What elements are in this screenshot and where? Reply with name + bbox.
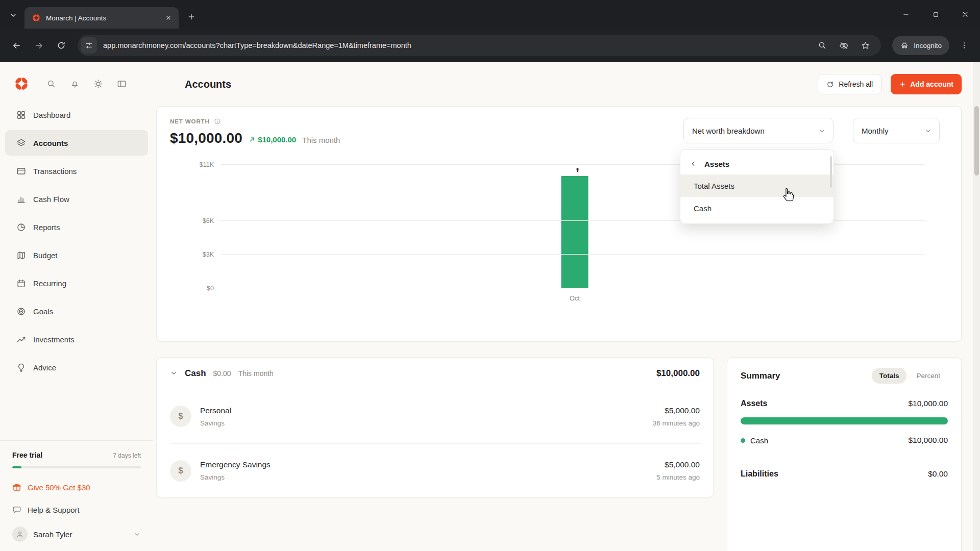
mouse-cursor-pointer — [781, 188, 795, 202]
chart-type-select-value: Net worth breakdown — [692, 127, 765, 135]
breakdown-dropdown-menu: Assets Total Assets Cash — [680, 149, 834, 224]
sidebar-item-goals[interactable]: Goals — [5, 298, 148, 324]
scrollbar-thumb[interactable] — [974, 106, 979, 176]
summary-title: Summary — [741, 371, 780, 381]
timeframe-select[interactable]: Monthly — [853, 118, 940, 143]
add-account-button[interactable]: Add account — [891, 74, 962, 94]
page-scrollbar[interactable] — [973, 62, 980, 551]
screen: Monarch | Accounts app.monarchmoney.com/… — [0, 0, 980, 551]
close-window-button[interactable] — [950, 0, 980, 29]
investments-trend-icon — [16, 335, 26, 344]
sidebar-item-budget[interactable]: Budget — [5, 242, 148, 268]
sidebar-item-reports[interactable]: Reports — [5, 214, 148, 240]
browser-menu-button[interactable] — [954, 36, 974, 55]
recurring-calendar-icon — [16, 279, 26, 288]
net-worth-card: NET WORTH $10,000.00 $10,000.00 This mon… — [156, 106, 962, 342]
help-support-label: Help & Support — [28, 506, 80, 514]
notifications-bell-icon[interactable] — [69, 79, 80, 89]
forward-button[interactable] — [29, 35, 49, 56]
reload-button[interactable] — [51, 35, 71, 56]
cash-group-header[interactable]: Cash $0.00 This month $10,000.00 — [170, 358, 700, 389]
sidebar-item-label: Reports — [33, 223, 60, 232]
sidebar-item-advice[interactable]: Advice — [5, 355, 148, 380]
free-trial-progress-fill — [12, 466, 21, 468]
liabilities-label: Liabilities — [741, 469, 778, 479]
cash-group-period: This month — [238, 369, 274, 378]
tab-title: Monarch | Accounts — [46, 14, 157, 22]
info-icon[interactable] — [214, 118, 221, 125]
refresh-icon — [826, 81, 834, 88]
zoom-icon[interactable] — [815, 38, 830, 53]
toggle-percent[interactable]: Percent — [909, 368, 948, 384]
chart-type-select[interactable]: Net worth breakdown — [683, 118, 834, 143]
gift-icon — [12, 483, 21, 492]
sidebar-item-investments[interactable]: Investments — [5, 327, 148, 352]
chevron-down-icon — [9, 11, 17, 19]
chevron-down-icon — [924, 127, 932, 135]
add-account-label: Add account — [910, 80, 953, 88]
sidebar: Dashboard Accounts Transactions Cash Flo… — [0, 62, 153, 551]
tab-close-button[interactable] — [162, 12, 175, 24]
url-bar[interactable]: app.monarchmoney.com/accounts?chartType=… — [78, 35, 881, 56]
refresh-all-button[interactable]: Refresh all — [818, 74, 881, 94]
back-button[interactable] — [6, 35, 27, 56]
menu-item-total-assets[interactable]: Total Assets — [680, 174, 834, 197]
sidebar-toggle-icon[interactable] — [116, 79, 127, 89]
free-trial-days-left: 7 days left — [113, 452, 141, 459]
liabilities-value: $0.00 — [928, 469, 948, 479]
window-controls — [891, 0, 980, 29]
monarch-logo-icon[interactable] — [13, 76, 30, 92]
account-row-personal[interactable]: $ Personal Savings $5,000.00 36 minutes … — [170, 389, 700, 443]
account-type: Savings — [200, 419, 231, 427]
main-content: Accounts Refresh all Add account — [153, 62, 980, 551]
menu-item-cash[interactable]: Cash — [680, 197, 834, 219]
menu-header[interactable]: Assets — [680, 153, 834, 174]
account-updated: 36 minutes ago — [653, 419, 700, 427]
sidebar-item-cash-flow[interactable]: Cash Flow — [5, 186, 148, 212]
account-amount: $5,000.00 — [656, 460, 700, 469]
advice-lightbulb-icon — [16, 363, 26, 372]
sidebar-item-recurring[interactable]: Recurring — [5, 270, 148, 296]
maximize-button[interactable] — [921, 0, 950, 29]
sidebar-item-accounts[interactable]: Accounts — [5, 130, 148, 156]
chevron-down-icon — [133, 531, 141, 538]
plus-icon — [899, 81, 906, 88]
summary-cash-label: Cash — [750, 436, 768, 445]
search-icon[interactable] — [46, 79, 56, 89]
free-trial-block: Free trial 7 days left — [12, 451, 141, 459]
sidebar-item-dashboard[interactable]: Dashboard — [5, 102, 148, 128]
tab-search-button[interactable] — [4, 6, 22, 24]
minimize-button[interactable] — [891, 0, 921, 29]
dollar-icon: $ — [170, 406, 191, 427]
chart-bar-oct[interactable] — [561, 176, 588, 288]
incognito-icon — [900, 41, 909, 50]
assets-value: $10,000.00 — [908, 399, 948, 408]
dashboard-grid-icon — [16, 110, 26, 120]
settings-gear-icon[interactable] — [93, 79, 103, 89]
app-region: Dashboard Accounts Transactions Cash Flo… — [0, 62, 980, 551]
user-menu[interactable]: Sarah Tyler — [12, 527, 141, 542]
account-type: Savings — [200, 473, 271, 481]
y-axis-tick-label: $11K — [200, 161, 214, 168]
bookmark-star-icon[interactable] — [857, 38, 873, 53]
summary-cash-value: $10,000.00 — [908, 436, 948, 445]
account-name: Emergency Savings — [200, 460, 271, 469]
new-tab-button[interactable] — [183, 8, 200, 26]
page-header: Accounts Refresh all Add account — [156, 62, 962, 106]
menu-scrollbar[interactable] — [830, 156, 832, 188]
account-updated: 5 minutes ago — [656, 473, 700, 481]
toggle-totals[interactable]: Totals — [872, 368, 907, 384]
assets-distribution-bar — [741, 417, 948, 424]
sidebar-item-transactions[interactable]: Transactions — [5, 158, 148, 184]
chevron-down-icon — [170, 369, 178, 377]
sidebar-item-label: Transactions — [33, 167, 77, 176]
browser-tab[interactable]: Monarch | Accounts — [24, 7, 179, 29]
password-eye-off-icon[interactable] — [836, 38, 851, 53]
sidebar-item-label: Goals — [33, 307, 53, 316]
account-row-emergency-savings[interactable]: $ Emergency Savings Savings $5,000.00 5 … — [170, 443, 700, 497]
site-settings-icon[interactable] — [81, 37, 97, 54]
help-support-link[interactable]: Help & Support — [12, 505, 141, 514]
summary-cash-row[interactable]: Cash $10,000.00 — [741, 436, 948, 445]
referral-promo-link[interactable]: Give 50% Get $30 — [12, 483, 141, 492]
account-name: Personal — [200, 406, 231, 415]
